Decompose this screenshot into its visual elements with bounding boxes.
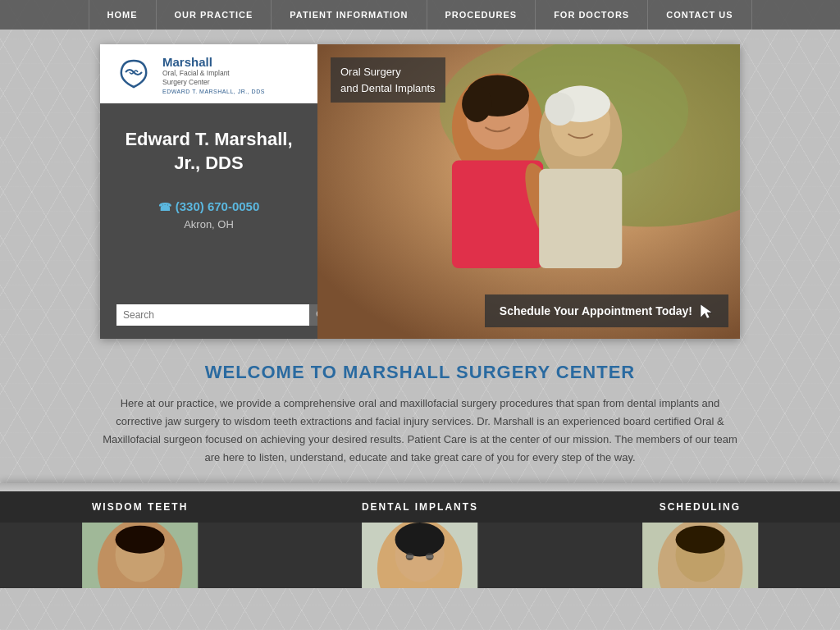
logo-area: Marshall Oral, Facial & ImplantSurgery C… xyxy=(100,44,317,103)
search-input[interactable] xyxy=(116,305,309,325)
bottom-card-label-wisdom-teeth: WISDOM TEETH xyxy=(0,491,280,523)
nav-item-contact-us[interactable]: CONTACT US xyxy=(648,0,751,30)
nav-item-procedures[interactable]: PROCEDURES xyxy=(427,0,536,30)
city: Akron, OH xyxy=(108,218,309,231)
bottom-card-wisdom-teeth[interactable]: WISDOM TEETH xyxy=(0,491,280,588)
svg-point-24 xyxy=(395,523,445,556)
svg-rect-28 xyxy=(427,555,433,559)
bottom-card-img-wisdom-teeth xyxy=(0,523,280,588)
welcome-title: WELCOME TO MARSHALL SURGERY CENTER xyxy=(98,362,742,383)
nav-item-our-practice[interactable]: OUR PRACTICE xyxy=(157,0,272,30)
svg-point-32 xyxy=(675,526,724,554)
bottom-curve-divider xyxy=(0,483,840,491)
bottom-card-scheduling[interactable]: SCHEDULING xyxy=(560,491,840,588)
bottom-card-dental-implants[interactable]: DENTAL IMPLANTS xyxy=(280,491,559,588)
doctor-name: Edward T. Marshall, Jr., DDS xyxy=(100,103,317,183)
bottom-cards: WISDOM TEETH DENTAL IMPLANTS SCHEDULING xyxy=(0,491,840,588)
svg-point-15 xyxy=(462,86,491,122)
bottom-card-label-scheduling: SCHEDULING xyxy=(560,491,840,523)
hero-left-panel: Marshall Oral, Facial & ImplantSurgery C… xyxy=(100,44,317,339)
logo-icon xyxy=(113,54,154,95)
hero-section: Marshall Oral, Facial & ImplantSurgery C… xyxy=(100,44,740,339)
svg-rect-27 xyxy=(407,555,413,559)
bottom-card-img-scheduling xyxy=(560,523,840,588)
main-nav: HOMEOUR PRACTICEPATIENT INFORMATIONPROCE… xyxy=(0,0,840,30)
schedule-button[interactable]: Schedule Your Appointment Today! xyxy=(485,294,728,327)
search-wrapper xyxy=(116,304,334,326)
svg-rect-11 xyxy=(539,169,622,268)
phone-number: (330) 670-0050 xyxy=(108,199,309,213)
welcome-body: Here at our practice, we provide a compr… xyxy=(98,395,742,467)
cursor-icon xyxy=(699,303,714,319)
hero-overlay-text: Oral Surgery and Dental Implants xyxy=(331,57,445,103)
logo-text: Marshall Oral, Facial & ImplantSurgery C… xyxy=(162,55,265,94)
bottom-card-img-dental-implants xyxy=(280,523,559,588)
nav-item-home[interactable]: HOME xyxy=(89,0,157,30)
svg-marker-16 xyxy=(701,304,712,318)
svg-point-13 xyxy=(545,93,574,126)
bottom-card-label-dental-implants: DENTAL IMPLANTS xyxy=(280,491,559,523)
svg-point-20 xyxy=(116,526,165,554)
nav-item-patient-information[interactable]: PATIENT INFORMATION xyxy=(272,0,427,30)
nav-item-for-doctors[interactable]: FOR DOCTORS xyxy=(536,0,648,30)
logo-practice-name: Marshall xyxy=(162,55,265,69)
logo-dr-name: EDWARD T. MARSHALL, JR., DDS xyxy=(162,89,265,94)
contact-info: (330) 670-0050 Akron, OH xyxy=(100,183,317,239)
logo-subtitle: Oral, Facial & ImplantSurgery Center xyxy=(162,69,265,87)
phone-icon xyxy=(158,199,171,213)
main-container: Marshall Oral, Facial & ImplantSurgery C… xyxy=(0,30,840,339)
welcome-section: WELCOME TO MARSHALL SURGERY CENTER Here … xyxy=(0,339,840,483)
hero-right-panel: Oral Surgery and Dental Implants Schedul… xyxy=(317,44,740,339)
